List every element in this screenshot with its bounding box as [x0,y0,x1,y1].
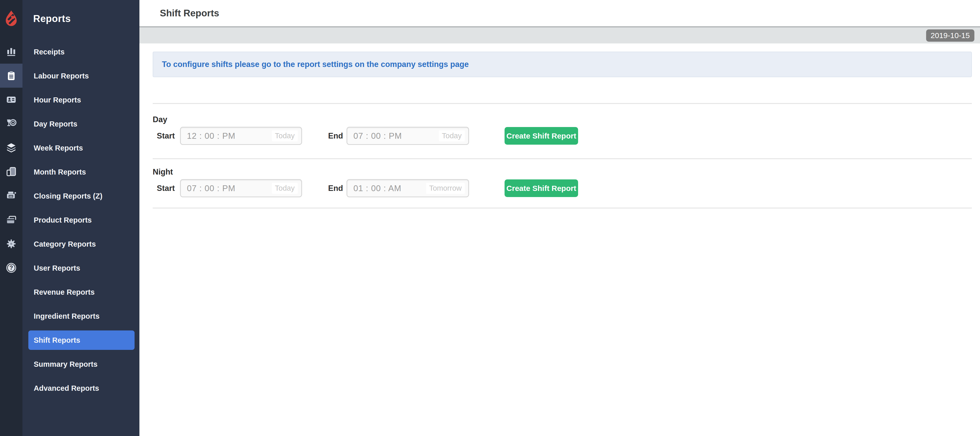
day-section-heading: Day [153,115,972,124]
night-end-time-input[interactable]: 01 : 00 : AM Tomorrow [347,179,469,197]
date-badge: 2019-10-15 [926,29,974,42]
rail-icon-list: ? [0,40,22,280]
day-start-day-chip: Today [272,130,298,141]
day-end-time-input[interactable]: 07 : 00 : PM Today [347,127,469,145]
icon-rail: ? [0,0,22,436]
help-icon[interactable]: ? [0,256,22,280]
divider [153,103,972,104]
night-start-day-chip: Today [272,183,298,194]
reports-clipboard-icon[interactable] [0,64,22,88]
night-end-day-chip: Tomorrow [426,183,465,194]
day-create-shift-report-button[interactable]: Create Shift Report [504,127,578,145]
sidebar-item-revenue-reports[interactable]: Revenue Reports [22,280,139,304]
day-end-label: End [328,131,347,141]
night-start-label: Start [157,184,180,193]
sidebar-menu: Reports Receipts Labour Reports Hour Rep… [22,0,139,436]
sidebar-item-closing-reports-z[interactable]: Closing Reports (Z) [22,184,139,208]
sidebar-item-product-reports[interactable]: Product Reports [22,208,139,232]
day-end-time-value: 07 : 00 : PM [353,131,402,141]
flame-logo-icon [4,10,18,27]
night-shift-row: Start 07 : 00 : PM Today End 01 : 00 : A… [153,179,972,197]
svg-text:?: ? [10,265,13,271]
id-card-icon[interactable] [0,88,22,112]
sidebar-item-category-reports[interactable]: Category Reports [22,232,139,256]
day-start-label: Start [157,131,180,141]
lightspeed-logo [0,10,22,27]
bar-chart-icon[interactable] [0,40,22,64]
dining-icon[interactable] [0,112,22,136]
printer-icon[interactable] [0,184,22,208]
credit-cards-icon[interactable] [0,208,22,232]
sidebar-item-ingredient-reports[interactable]: Ingredient Reports [22,304,139,328]
divider [153,158,972,159]
date-toolbar: 2019-10-15 [139,26,980,43]
night-create-shift-report-button[interactable]: Create Shift Report [504,179,578,197]
sidebar-item-month-reports[interactable]: Month Reports [22,160,139,184]
night-start-time-input[interactable]: 07 : 00 : PM Today [180,179,302,197]
sidebar-item-user-reports[interactable]: User Reports [22,256,139,280]
day-start-time-value: 12 : 00 : PM [187,131,235,141]
configure-shifts-link[interactable]: To configure shifts please go to the rep… [162,60,469,69]
sidebar-item-hour-reports[interactable]: Hour Reports [22,88,139,112]
sidebar-item-advanced-reports[interactable]: Advanced Reports [22,376,139,400]
settings-gear-icon[interactable] [0,232,22,256]
page-header: Shift Reports [139,0,980,26]
day-end-day-chip: Today [439,130,465,141]
content: To configure shifts please go to the rep… [139,52,980,209]
sidebar-item-labour-reports[interactable]: Labour Reports [22,64,139,88]
sidebar-item-day-reports[interactable]: Day Reports [22,112,139,136]
day-shift-row: Start 12 : 00 : PM Today End 07 : 00 : P… [153,127,972,145]
sidebar-menu-items: Receipts Labour Reports Hour Reports Day… [22,40,139,400]
sidebar-title: Reports [33,13,71,24]
main-area: Shift Reports 2019-10-15 To configure sh… [139,0,980,436]
night-start-time-value: 07 : 00 : PM [187,184,235,193]
divider [153,208,972,209]
night-section-heading: Night [153,168,972,177]
night-end-time-value: 01 : 00 : AM [353,184,401,193]
sidebar-item-summary-reports[interactable]: Summary Reports [22,352,139,376]
sidebar-item-week-reports[interactable]: Week Reports [22,136,139,160]
configure-shifts-notice: To configure shifts please go to the rep… [153,52,972,77]
day-start-time-input[interactable]: 12 : 00 : PM Today [180,127,302,145]
sidebar-item-shift-reports-selected[interactable]: Shift Reports [29,331,135,350]
sidebar: ? Reports Receipts Labour Reports Hour R… [0,0,139,436]
page-title: Shift Reports [160,8,219,19]
devices-icon[interactable] [0,160,22,184]
night-end-label: End [328,184,347,193]
sidebar-item-receipts[interactable]: Receipts [22,40,139,64]
layers-icon[interactable] [0,136,22,160]
